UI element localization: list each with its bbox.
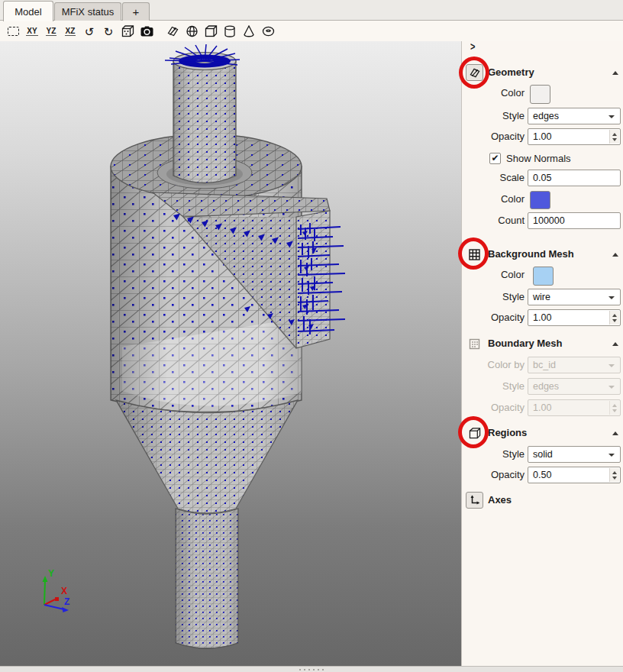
chevron-down-icon (608, 364, 615, 367)
geometry-menu-icon[interactable] (164, 24, 181, 40)
visualization-settings-panel: > Geometry Color Style edges (461, 41, 623, 666)
spinner-buttons[interactable] (609, 311, 619, 325)
collapse-panel-button[interactable]: > (470, 40, 481, 54)
geometry-color-row: Color (462, 85, 623, 103)
boundary-mesh-color-by-label: Color by (462, 357, 525, 373)
background-mesh-opacity-label: Opacity (462, 309, 525, 326)
boundary-mesh-opacity-row: Opacity 1.00 (462, 399, 623, 418)
regions-collapse-arrow[interactable] (612, 431, 618, 435)
regions-style-row: Style solid (462, 446, 623, 464)
regions-visibility-toggle[interactable] (466, 425, 483, 441)
show-normals-checkbox[interactable]: ✔ (489, 153, 501, 164)
geometry-opacity-spinbox[interactable]: 1.00 (528, 128, 621, 145)
svg-text:X: X (61, 586, 67, 596)
add-torus-icon[interactable] (260, 24, 276, 40)
background-mesh-section-header: Background Mesh (462, 246, 623, 264)
background-mesh-collapse-arrow[interactable] (612, 253, 618, 257)
add-cone-icon[interactable] (240, 24, 257, 40)
dipleg-pipe (176, 509, 238, 648)
regions-opacity-row: Opacity 0.50 (462, 467, 623, 485)
normals-scale-label: Scale (462, 170, 525, 186)
view-yz-button[interactable]: YZ (43, 24, 60, 40)
tab-new[interactable]: + (122, 2, 150, 21)
rotate-right-icon[interactable]: ↻ (100, 24, 117, 40)
normals-color-row: Color (462, 191, 623, 209)
boundary-mesh-color-by-select: bc_id (528, 357, 621, 373)
reset-view-icon[interactable] (5, 24, 21, 40)
cyclone-mesh-model: Y X Z (0, 41, 461, 666)
geometry-opacity-label: Opacity (462, 128, 525, 145)
add-cylinder-icon[interactable] (221, 24, 238, 40)
show-normals-label: Show Normals (506, 151, 571, 166)
svg-text:Y: Y (48, 568, 54, 579)
normals-color-swatch[interactable] (530, 191, 550, 209)
normals-color-label: Color (462, 191, 525, 208)
vortex-finder (165, 44, 240, 183)
tab-bar: Model MFiX status + (0, 0, 623, 21)
background-mesh-style-label: Style (462, 289, 525, 305)
chevron-down-icon (608, 115, 615, 118)
cone-section (116, 400, 298, 513)
background-mesh-color-label: Color (462, 267, 525, 283)
chevron-down-icon (608, 386, 615, 389)
tab-mfix-status[interactable]: MFiX status (54, 2, 121, 21)
axes-visibility-toggle[interactable] (466, 492, 483, 509)
chevron-down-icon (608, 296, 615, 299)
geometry-collapse-arrow[interactable] (612, 71, 618, 75)
geometry-section-title: Geometry (488, 64, 534, 81)
boundary-mesh-opacity-label: Opacity (462, 399, 525, 416)
background-mesh-opacity-row: Opacity 1.00 (462, 309, 623, 328)
normals-count-row: Count 100000 (462, 212, 623, 231)
spinner-buttons (609, 401, 619, 415)
screenshot-camera-icon[interactable] (138, 24, 155, 40)
background-mesh-color-swatch[interactable] (533, 267, 554, 286)
regions-section-header: Regions (462, 425, 623, 443)
chevron-down-icon (608, 454, 615, 457)
normals-scale-row: Scale 0.05 (462, 170, 623, 188)
axes-section-title: Axes (488, 492, 512, 509)
show-normals-row: ✔ Show Normals (462, 151, 623, 170)
add-box-icon[interactable] (202, 24, 219, 40)
normals-count-input[interactable]: 100000 (528, 212, 621, 229)
add-sphere-icon[interactable] (183, 24, 200, 40)
background-mesh-opacity-spinbox[interactable]: 1.00 (528, 309, 621, 326)
boundary-mesh-opacity-spinbox: 1.00 (528, 399, 621, 416)
normals-scale-input[interactable]: 0.05 (528, 170, 621, 186)
bottom-splitter-bar (0, 666, 623, 672)
geometry-opacity-row: Opacity 1.00 (462, 128, 623, 147)
rotate-left-icon[interactable]: ↺ (81, 24, 98, 40)
geometry-color-swatch[interactable] (530, 85, 550, 104)
spinner-buttons[interactable] (609, 468, 619, 482)
spinner-buttons[interactable] (609, 130, 619, 144)
regions-section-title: Regions (488, 425, 527, 441)
view-xy-button[interactable]: XY (24, 24, 40, 40)
boundary-mesh-section-header: Boundary Mesh (462, 335, 623, 354)
boundary-mesh-style-label: Style (462, 378, 525, 395)
svg-text:Z: Z (64, 596, 69, 607)
tab-model[interactable]: Model (3, 1, 53, 21)
boundary-mesh-style-select: edges (528, 378, 621, 395)
perspective-icon[interactable] (119, 24, 136, 40)
regions-opacity-label: Opacity (462, 467, 525, 483)
vtk-viewport[interactable]: Y X Z (0, 41, 461, 666)
geometry-visibility-toggle[interactable] (466, 64, 483, 81)
regions-opacity-spinbox[interactable]: 0.50 (528, 467, 621, 483)
splitter-handle[interactable] (299, 669, 324, 670)
geometry-color-label: Color (462, 85, 525, 102)
background-mesh-style-select[interactable]: wire (528, 289, 621, 305)
boundary-mesh-color-by-row: Color by bc_id (462, 357, 623, 375)
geometry-style-select[interactable]: edges (528, 108, 621, 124)
boundary-mesh-section-title: Boundary Mesh (488, 335, 563, 352)
regions-style-select[interactable]: solid (528, 446, 621, 463)
boundary-mesh-collapse-arrow[interactable] (612, 342, 618, 346)
vtk-toolbar: XY YZ XZ ↺ ↻ (0, 21, 623, 41)
geometry-style-label: Style (462, 108, 525, 124)
axes-section-header: Axes (462, 492, 623, 510)
normals-count-label: Count (462, 212, 525, 229)
boundary-mesh-visibility-toggle[interactable] (466, 335, 483, 352)
background-mesh-color-row: Color (462, 267, 623, 285)
boundary-mesh-style-row: Style edges (462, 378, 623, 396)
view-xz-button[interactable]: XZ (62, 24, 79, 40)
background-mesh-visibility-toggle[interactable] (466, 246, 483, 263)
background-mesh-style-row: Style wire (462, 289, 623, 307)
